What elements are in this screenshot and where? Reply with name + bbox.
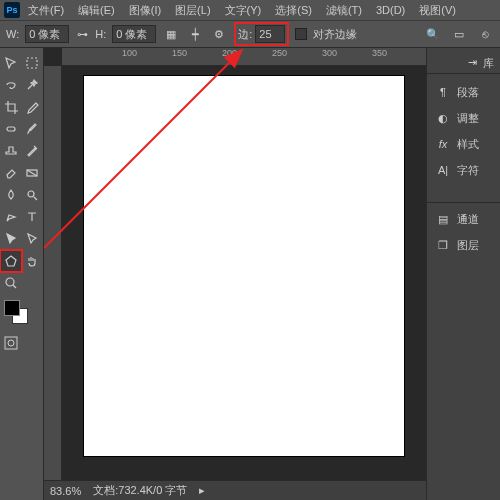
ruler-horizontal[interactable]: 100 150 200 250 300 350 bbox=[62, 48, 426, 66]
polygon-shape-tool[interactable] bbox=[0, 250, 22, 272]
paragraph-icon: ¶ bbox=[435, 84, 451, 100]
direct-select-tool[interactable] bbox=[22, 228, 44, 250]
panel-character[interactable]: A|字符 bbox=[427, 158, 500, 182]
link-icon[interactable]: ⊶ bbox=[75, 25, 89, 43]
ruler-tick: 200 bbox=[222, 48, 237, 58]
ruler-tick: 150 bbox=[172, 48, 187, 58]
workspace-icon[interactable]: ▭ bbox=[450, 25, 468, 43]
char-icon: A| bbox=[435, 162, 451, 178]
menu-view[interactable]: 视图(V) bbox=[413, 1, 462, 20]
panel-label: 通道 bbox=[457, 212, 479, 227]
svg-point-7 bbox=[8, 340, 14, 346]
document-canvas[interactable] bbox=[84, 76, 404, 456]
brush-tool[interactable] bbox=[22, 118, 44, 140]
width-label: W: bbox=[6, 28, 19, 40]
options-bar: W: ⊶ H: ▦ ┿ ⚙ 边: 对齐边缘 🔍 ▭ ⎋ bbox=[0, 20, 500, 48]
ruler-tick: 100 bbox=[122, 48, 137, 58]
wand-tool[interactable] bbox=[22, 74, 44, 96]
heal-tool[interactable] bbox=[0, 118, 22, 140]
marquee-tool[interactable] bbox=[22, 52, 44, 74]
ruler-tick: 300 bbox=[322, 48, 337, 58]
color-swatches[interactable] bbox=[0, 300, 43, 328]
panel-channels[interactable]: ▤通道 bbox=[427, 207, 500, 231]
lasso-tool[interactable] bbox=[0, 74, 22, 96]
status-arrow-icon[interactable]: ▸ bbox=[199, 484, 205, 497]
menu-3d[interactable]: 3D(D) bbox=[370, 2, 411, 18]
history-brush-tool[interactable] bbox=[22, 140, 44, 162]
canvas-area: 100 150 200 250 300 350 83.6% 文档:732.4K/… bbox=[44, 48, 426, 500]
crop-tool[interactable] bbox=[0, 96, 22, 118]
style-icon: fx bbox=[435, 136, 451, 152]
eraser-tool[interactable] bbox=[0, 162, 22, 184]
panel-layers[interactable]: ❐图层 bbox=[427, 233, 500, 257]
panel-label: 图层 bbox=[457, 238, 479, 253]
gear-icon[interactable]: ⚙ bbox=[210, 25, 228, 43]
ruler-vertical[interactable] bbox=[44, 66, 62, 480]
svg-marker-4 bbox=[6, 256, 16, 266]
sides-input[interactable] bbox=[255, 25, 285, 43]
menubar: Ps 文件(F) 编辑(E) 图像(I) 图层(L) 文字(Y) 选择(S) 滤… bbox=[0, 0, 500, 20]
menu-edit[interactable]: 编辑(E) bbox=[72, 1, 121, 20]
panel-label: 段落 bbox=[457, 85, 479, 100]
panel-adjustments[interactable]: ◐调整 bbox=[427, 106, 500, 130]
ruler-tick: 350 bbox=[372, 48, 387, 58]
panel-label: 样式 bbox=[457, 137, 479, 152]
svg-rect-1 bbox=[7, 127, 15, 131]
app-logo: Ps bbox=[4, 2, 20, 18]
align-icon[interactable]: ┿ bbox=[186, 25, 204, 43]
panel-label: 字符 bbox=[457, 163, 479, 178]
gradient-tool[interactable] bbox=[22, 162, 44, 184]
channel-icon: ▤ bbox=[435, 211, 451, 227]
toolbar bbox=[0, 48, 44, 500]
path-select-tool[interactable] bbox=[0, 228, 22, 250]
hand-tool[interactable] bbox=[22, 250, 44, 272]
svg-rect-0 bbox=[27, 58, 37, 68]
menu-layer[interactable]: 图层(L) bbox=[169, 1, 216, 20]
sides-option-highlight: 边: bbox=[234, 22, 289, 46]
search-icon[interactable]: 🔍 bbox=[424, 25, 442, 43]
svg-rect-6 bbox=[5, 337, 17, 349]
status-bar: 83.6% 文档:732.4K/0 字节 ▸ bbox=[44, 480, 426, 500]
height-label: H: bbox=[95, 28, 106, 40]
library-label[interactable]: 库 bbox=[483, 56, 494, 71]
doc-size: 文档:732.4K/0 字节 bbox=[93, 483, 187, 498]
menu-select[interactable]: 选择(S) bbox=[269, 1, 318, 20]
align-edges-checkbox[interactable] bbox=[295, 28, 307, 40]
align-edges-label: 对齐边缘 bbox=[313, 27, 357, 42]
svg-point-5 bbox=[6, 278, 14, 286]
menu-filter[interactable]: 滤镜(T) bbox=[320, 1, 368, 20]
dodge-tool[interactable] bbox=[22, 184, 44, 206]
share-icon[interactable]: ⎋ bbox=[476, 25, 494, 43]
panel-styles[interactable]: fx样式 bbox=[427, 132, 500, 156]
ruler-tick: 250 bbox=[272, 48, 287, 58]
pen-tool[interactable] bbox=[0, 206, 22, 228]
panel-dock: ⇥ 库 ¶段落 ◐调整 fx样式 A|字符 ▤通道 ❐图层 bbox=[426, 48, 500, 500]
move-tool[interactable] bbox=[0, 52, 22, 74]
menu-file[interactable]: 文件(F) bbox=[22, 1, 70, 20]
foreground-swatch[interactable] bbox=[4, 300, 20, 316]
panel-paragraph[interactable]: ¶段落 bbox=[427, 80, 500, 104]
blur-tool[interactable] bbox=[0, 184, 22, 206]
quickmask-toggle[interactable] bbox=[0, 332, 22, 354]
adjust-icon: ◐ bbox=[435, 110, 451, 126]
menu-type[interactable]: 文字(Y) bbox=[219, 1, 268, 20]
sides-label: 边: bbox=[238, 27, 252, 42]
svg-point-3 bbox=[28, 191, 34, 197]
height-input[interactable] bbox=[112, 25, 156, 43]
layer-icon: ❐ bbox=[435, 237, 451, 253]
menu-image[interactable]: 图像(I) bbox=[123, 1, 167, 20]
panel-label: 调整 bbox=[457, 111, 479, 126]
zoom-level[interactable]: 83.6% bbox=[50, 485, 81, 497]
type-tool[interactable] bbox=[22, 206, 44, 228]
zoom-tool[interactable] bbox=[0, 272, 22, 294]
width-input[interactable] bbox=[25, 25, 69, 43]
collapse-icon[interactable]: ⇥ bbox=[468, 56, 477, 71]
empty-tool bbox=[22, 272, 44, 294]
grid-icon[interactable]: ▦ bbox=[162, 25, 180, 43]
eyedropper-tool[interactable] bbox=[22, 96, 44, 118]
stamp-tool[interactable] bbox=[0, 140, 22, 162]
